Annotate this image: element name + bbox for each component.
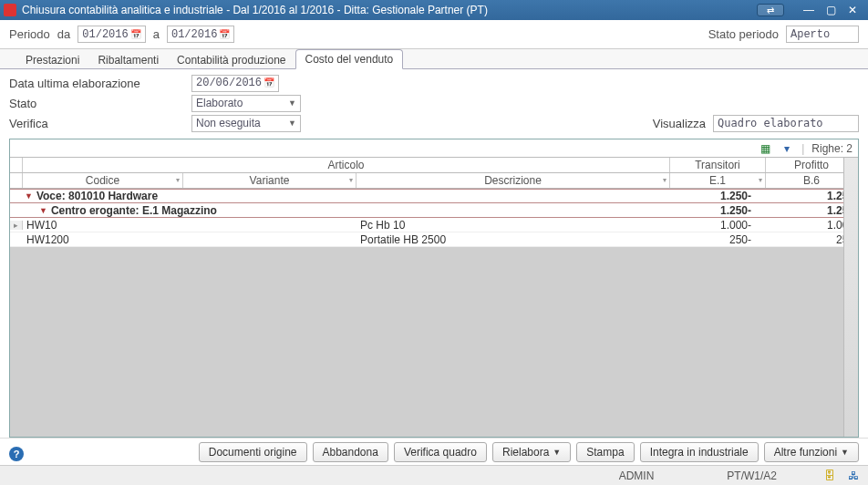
- cell-descrizione: Pc Hb 10: [356, 219, 659, 232]
- status-path: PT/W1/A2: [727, 470, 777, 482]
- col-variante[interactable]: Variante▾: [183, 173, 356, 188]
- button-bar: Documenti origine Abbandona Verifica qua…: [0, 438, 868, 465]
- export-excel-icon[interactable]: ▦: [758, 141, 772, 156]
- abbandona-button[interactable]: Abbandona: [313, 442, 388, 462]
- altre-funzioni-button[interactable]: Altre funzioni▼: [764, 442, 859, 462]
- maximize-button[interactable]: ▢: [821, 3, 841, 17]
- stato-select[interactable]: Elaborato ▼: [191, 95, 301, 112]
- network-icon[interactable]: 🖧: [846, 469, 861, 483]
- chevron-down-icon: ▼: [288, 119, 296, 128]
- chevron-down-icon: ▾: [349, 176, 353, 184]
- tab-strip: Prestazioni Ribaltamenti Contabilità pro…: [0, 49, 868, 69]
- collapse-icon[interactable]: ▼: [25, 191, 33, 201]
- visualizza-label: Visualizza: [653, 117, 713, 130]
- chevron-down-icon: ▼: [553, 448, 561, 457]
- database-icon[interactable]: 🗄: [822, 469, 837, 483]
- group-row-centro[interactable]: ▼ Centro erogante: E.1 Magazzino 1.250- …: [10, 203, 858, 218]
- chevron-down-icon: ▾: [176, 176, 180, 184]
- tab-contabilita-produzione[interactable]: Contabilità produzione: [168, 51, 294, 69]
- header-articolo: Articolo: [23, 158, 670, 172]
- col-e1[interactable]: E.1▾: [670, 173, 766, 188]
- cell-trans: 250-: [659, 233, 755, 246]
- status-user: ADMIN: [619, 470, 655, 482]
- period-to-value: 01/2016: [171, 28, 217, 41]
- group2-label: Centro erogante: E.1 Magazzino: [51, 204, 217, 217]
- last-run-value: 20/06/2016: [196, 77, 262, 89]
- chevron-down-icon: ▼: [841, 448, 849, 457]
- verifica-value: Non eseguita: [196, 117, 261, 129]
- period-to-input[interactable]: 01/2016 📅: [167, 26, 234, 43]
- collapse-icon[interactable]: ▼: [39, 206, 47, 215]
- period-to-label: a: [153, 27, 160, 41]
- chevron-down-icon: ▾: [663, 176, 666, 184]
- period-from-value: 01/2016: [82, 28, 128, 41]
- vertical-scrollbar[interactable]: [843, 158, 858, 437]
- calendar-icon[interactable]: 📅: [130, 29, 141, 40]
- grid-empty-area: [10, 247, 858, 437]
- stato-value: Elaborato: [196, 97, 243, 109]
- filter-icon[interactable]: ▾: [780, 141, 794, 156]
- period-from-input[interactable]: 01/2016 📅: [78, 26, 145, 43]
- row-indicator-icon: ▸: [10, 221, 23, 230]
- form-area: Data ultima elaborazione 20/06/2016 📅 St…: [0, 69, 868, 135]
- app-icon: [4, 4, 16, 16]
- cell-descrizione: Portatile HB 2500: [356, 233, 659, 246]
- window-title: Chiusura contabilità analitica e industr…: [22, 4, 757, 16]
- last-run-label: Data ultima elaborazione: [9, 77, 191, 90]
- period-bar: Periodo da 01/2016 📅 a 01/2016 📅 Stato p…: [0, 20, 868, 49]
- title-bar: Chiusura contabilità analitica e industr…: [0, 0, 868, 20]
- header-transitori: Transitori: [670, 158, 766, 172]
- group-row-voce[interactable]: ▼ Voce: 801010 Hardware 1.250- 1.250: [10, 189, 858, 203]
- last-run-input[interactable]: 20/06/2016 📅: [191, 75, 279, 92]
- grid-body: ▼ Voce: 801010 Hardware 1.250- 1.250 ▼ C…: [10, 189, 858, 247]
- period-state-label: Stato periodo: [708, 27, 779, 41]
- stampa-button[interactable]: Stampa: [576, 442, 634, 462]
- status-bar: ADMIN PT/W1/A2 🗄 🖧: [0, 465, 868, 485]
- cell-trans: 1.000-: [659, 219, 755, 232]
- tab-costo-del-venduto[interactable]: Costo del venduto: [295, 49, 404, 69]
- verifica-quadro-button[interactable]: Verifica quadro: [394, 442, 487, 462]
- rows-count: Righe: 2: [811, 142, 852, 155]
- sync-indicator-icon[interactable]: ⇄: [757, 4, 784, 16]
- integra-industriale-button[interactable]: Integra in industriale: [640, 442, 759, 462]
- grid-toolbar: ▦ ▾ | Righe: 2: [10, 139, 858, 158]
- tab-prestazioni[interactable]: Prestazioni: [16, 51, 88, 69]
- cell-codice: HW10: [23, 219, 183, 232]
- tab-ribaltamenti[interactable]: Ribaltamenti: [88, 51, 168, 69]
- group1-label: Voce: 801010 Hardware: [36, 190, 158, 202]
- col-descrizione[interactable]: Descrizione▾: [356, 173, 670, 188]
- col-codice[interactable]: Codice▾: [23, 173, 183, 188]
- period-label: Periodo: [9, 27, 50, 41]
- stato-label: Stato: [9, 97, 191, 110]
- period-state-value: Aperto: [786, 26, 859, 43]
- verifica-label: Verifica: [9, 117, 191, 130]
- visualizza-value: Quadro elaborato: [713, 115, 859, 132]
- chevron-down-icon: ▼: [288, 98, 296, 108]
- cell-codice: HW1200: [23, 233, 183, 246]
- group1-trans: 1.250-: [659, 190, 755, 202]
- grid-header-cols: Codice▾ Variante▾ Descrizione▾ E.1▾ B.6▾: [10, 173, 858, 189]
- documenti-origine-button[interactable]: Documenti origine: [199, 442, 307, 462]
- period-from-label: da: [57, 27, 70, 41]
- group2-trans: 1.250-: [659, 204, 755, 217]
- calendar-icon[interactable]: 📅: [264, 77, 274, 88]
- table-row[interactable]: HW1200 Portatile HB 2500 250- 250: [10, 232, 858, 247]
- minimize-button[interactable]: —: [799, 3, 819, 17]
- table-row[interactable]: ▸ HW10 Pc Hb 10 1.000- 1.000: [10, 218, 858, 232]
- data-grid: ▦ ▾ | Righe: 2 Articolo Transitori Profi…: [9, 139, 859, 438]
- rielabora-button[interactable]: Rielabora▼: [492, 442, 571, 462]
- chevron-down-icon: ▾: [759, 176, 762, 184]
- calendar-icon[interactable]: 📅: [219, 29, 230, 40]
- close-button[interactable]: ✕: [842, 3, 863, 17]
- verifica-select[interactable]: Non eseguita ▼: [191, 115, 301, 132]
- grid-header-groups: Articolo Transitori Profitto: [10, 158, 858, 173]
